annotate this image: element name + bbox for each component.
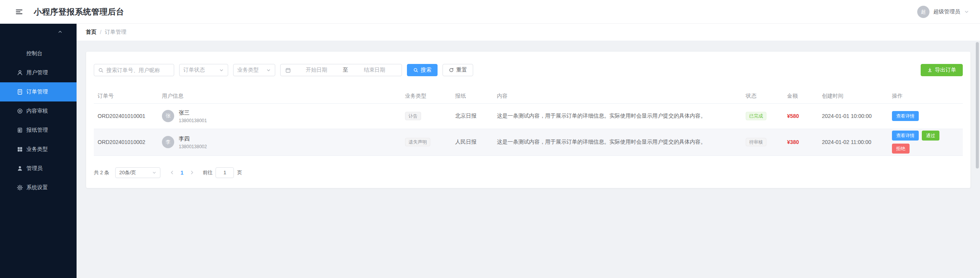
cell-content: 这是一条测试内容，用于展示订单的详细信息。实际使用时会显示用户提交的具体内容。 — [493, 129, 742, 155]
table-row: ORD202401010001 张 张三 13800138001 讣告 北京日报… — [94, 103, 963, 129]
view-details-button[interactable]: 查看详情 — [892, 131, 919, 141]
vertical-scrollbar[interactable] — [976, 42, 979, 168]
breadcrumb-separator: / — [100, 29, 101, 35]
sidebar-item-label: 用户管理 — [26, 69, 48, 76]
col-user-info: 用户信息 — [158, 92, 401, 103]
sidebar-item-content-review[interactable]: 内容审核 — [0, 101, 77, 121]
order-status-select[interactable]: 订单状态 — [179, 64, 228, 76]
cell-created-at: 2024-01-02 11:00:00 — [818, 129, 888, 155]
sidebar-item-orders[interactable]: 订单管理 — [0, 82, 77, 101]
cell-amount: ¥380 — [783, 129, 818, 155]
grid-icon — [17, 146, 23, 152]
sidebar-item-newspapers[interactable]: 报纸管理 — [0, 121, 77, 140]
table-row: ORD202401010002 李 李四 13800138002 遗失声明 人民… — [94, 129, 963, 155]
business-type-tag: 讣告 — [405, 112, 421, 120]
search-button-label: 搜索 — [421, 67, 431, 74]
date-to-label: 至 — [342, 67, 349, 74]
cell-user-info: 张 张三 13800138001 — [158, 103, 401, 129]
col-status: 状态 — [742, 92, 783, 103]
col-order-no: 订单号 — [94, 92, 158, 103]
select-placeholder: 订单状态 — [183, 67, 205, 74]
date-range-picker[interactable]: 开始日期 至 结束日期 — [280, 64, 402, 76]
col-amount: 金额 — [783, 92, 818, 103]
eye-icon — [17, 108, 23, 114]
breadcrumb-home-link[interactable]: 首页 — [86, 29, 96, 36]
reject-button[interactable]: 拒绝 — [892, 144, 910, 154]
sidebar-item-business-types[interactable]: 业务类型 — [0, 140, 77, 159]
approve-button[interactable]: 通过 — [922, 131, 939, 141]
sidebar-item-label: 内容审核 — [26, 108, 48, 114]
order-amount: ¥580 — [787, 113, 799, 119]
sidebar-menu: 控制台 用户管理 订单管理 内容审核 — [0, 44, 77, 197]
user-menu[interactable]: 超 超级管理员 — [917, 6, 969, 18]
search-field[interactable] — [106, 67, 170, 73]
pagination: 共 2 条 20条/页 1 前往 页 — [94, 167, 963, 178]
breadcrumb-current: 订单管理 — [105, 29, 126, 36]
order-doc-icon — [17, 89, 23, 95]
sidebar-item-label: 报纸管理 — [26, 127, 48, 134]
user-icon — [17, 70, 23, 76]
cell-order-no: ORD202401010002 — [94, 129, 158, 155]
col-actions: 操作 — [888, 92, 963, 103]
avatar: 张 — [162, 110, 174, 122]
user-phone: 13800138001 — [179, 118, 207, 123]
sidebar-item-label: 控制台 — [26, 50, 42, 57]
cell-status: 待审核 — [742, 129, 783, 155]
business-type-select[interactable]: 业务类型 — [233, 64, 275, 76]
cell-actions: 查看详情 — [888, 103, 963, 129]
page-unit-label: 页 — [237, 169, 242, 176]
order-amount: ¥380 — [787, 139, 799, 145]
breadcrumb: 首页 / 订单管理 — [77, 24, 980, 41]
status-badge: 待审核 — [746, 138, 766, 146]
next-page-button[interactable] — [187, 167, 196, 178]
sidebar-item-settings[interactable]: 系统设置 — [0, 178, 77, 197]
prev-page-button[interactable] — [167, 167, 176, 178]
search-button[interactable]: 搜索 — [407, 64, 438, 76]
reset-button-label: 重置 — [456, 67, 467, 74]
col-newspaper: 报纸 — [451, 92, 493, 103]
cell-created-at: 2024-01-01 10:00:00 — [818, 103, 888, 129]
newspaper-icon — [17, 127, 23, 133]
col-created-at: 创建时间 — [818, 92, 888, 103]
page-size-select[interactable]: 20条/页 — [115, 167, 160, 178]
orders-table: 订单号 用户信息 业务类型 报纸 内容 状态 金额 创建时间 操作 ORD202… — [94, 92, 963, 156]
sidebar-item-label: 业务类型 — [26, 146, 48, 153]
chevron-up-icon[interactable] — [57, 29, 63, 34]
user-name: 张三 — [179, 109, 207, 116]
page-title: 小程序登报系统管理后台 — [34, 7, 124, 17]
export-orders-button[interactable]: 导出订单 — [921, 64, 963, 76]
cell-amount: ¥580 — [783, 103, 818, 129]
user-name: 李四 — [179, 135, 207, 142]
status-badge: 已完成 — [746, 112, 766, 120]
admin-user-icon — [17, 165, 23, 172]
col-business-type: 业务类型 — [401, 92, 451, 103]
hamburger-menu-icon[interactable] — [15, 7, 24, 16]
cell-business-type: 讣告 — [401, 103, 451, 129]
goto-page-input[interactable] — [216, 167, 234, 178]
view-details-button[interactable]: 查看详情 — [892, 111, 919, 121]
chevron-left-icon — [170, 170, 175, 175]
chevron-right-icon — [189, 170, 194, 175]
user-phone: 13800138002 — [179, 144, 207, 149]
chevron-down-icon — [152, 170, 157, 175]
app-header: 小程序登报系统管理后台 超 超级管理员 — [0, 0, 980, 24]
page-number-current[interactable]: 1 — [176, 167, 187, 178]
calendar-icon — [285, 67, 291, 73]
reset-button[interactable]: 重置 — [443, 64, 473, 76]
sidebar-item-dashboard[interactable]: 控制台 — [0, 44, 77, 63]
sidebar-item-users[interactable]: 用户管理 — [0, 63, 77, 82]
search-icon — [413, 67, 418, 73]
cell-newspaper: 人民日报 — [451, 129, 493, 155]
download-icon — [927, 67, 933, 73]
search-input[interactable] — [94, 64, 174, 76]
sidebar-item-label: 系统设置 — [26, 184, 48, 191]
date-end-placeholder: 结束日期 — [352, 67, 397, 74]
page-size-value: 20条/页 — [119, 169, 136, 176]
chevron-down-icon — [266, 68, 271, 73]
sidebar-item-admins[interactable]: 管理员 — [0, 159, 77, 178]
cell-business-type: 遗失声明 — [401, 129, 451, 155]
cell-status: 已完成 — [742, 103, 783, 129]
goto-label: 前往 — [203, 169, 212, 176]
col-content: 内容 — [493, 92, 742, 103]
sidebar-item-label: 订单管理 — [26, 88, 48, 95]
